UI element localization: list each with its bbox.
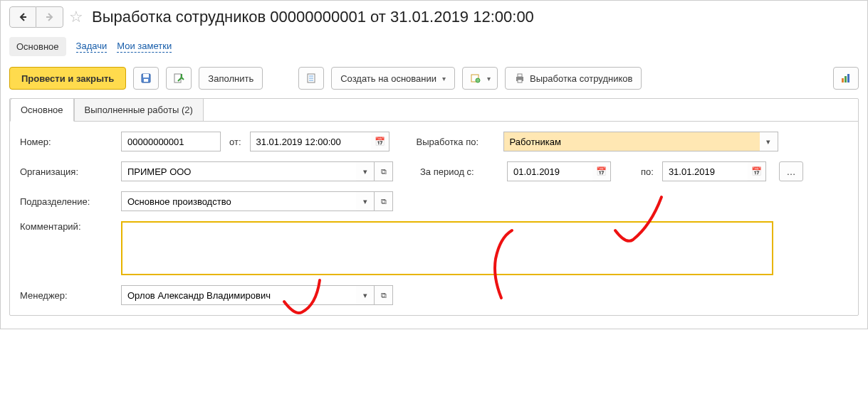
print-report-label: Выработка сотрудников: [530, 73, 632, 84]
number-input[interactable]: [121, 132, 221, 151]
dept-input[interactable]: [121, 191, 356, 211]
save-button[interactable]: [133, 67, 159, 90]
period-from-input[interactable]: [507, 161, 592, 181]
print-report-button[interactable]: Выработка сотрудников: [505, 67, 642, 90]
open-icon[interactable]: [375, 161, 393, 181]
tab-done-work[interactable]: Выполненные работы (2): [74, 98, 204, 122]
structure-button[interactable]: [298, 67, 324, 90]
manager-label: Менеджер:: [20, 290, 113, 301]
svg-rect-14: [518, 80, 522, 82]
svg-rect-4: [144, 79, 148, 82]
date-input[interactable]: [250, 132, 371, 151]
period-to-input[interactable]: [662, 161, 748, 181]
tab-main[interactable]: Основное: [10, 98, 74, 122]
post-and-close-button[interactable]: Провести и закрыть: [9, 67, 126, 90]
calendar-icon[interactable]: [592, 161, 611, 181]
org-label: Организация:: [20, 166, 113, 177]
page-title: Выработка сотрудников 00000000001 от 31.…: [92, 8, 534, 26]
open-icon[interactable]: [375, 285, 393, 305]
open-icon[interactable]: [375, 191, 393, 211]
back-button[interactable]: [9, 6, 36, 28]
favorite-star-icon[interactable]: ☆: [68, 9, 85, 26]
fill-button[interactable]: Заполнить: [199, 67, 263, 90]
calendar-icon[interactable]: [371, 132, 389, 151]
reports-button[interactable]: [833, 67, 859, 90]
calendar-icon[interactable]: [748, 161, 766, 181]
period-to-label: по:: [641, 166, 654, 177]
comment-textarea[interactable]: [121, 221, 773, 275]
create-based-on-button[interactable]: Создать на основании ▾: [331, 67, 455, 90]
attachments-button[interactable]: ▾: [462, 67, 498, 90]
navtab-notes[interactable]: Мои заметки: [117, 41, 172, 53]
chevron-down-icon: ▾: [487, 75, 491, 82]
dropdown-icon[interactable]: [760, 132, 778, 151]
vyabotka-po-select[interactable]: [503, 132, 760, 151]
svg-rect-16: [845, 76, 847, 82]
dept-label: Подразделение:: [20, 196, 113, 207]
svg-rect-3: [143, 74, 149, 78]
svg-point-11: [476, 78, 480, 82]
svg-rect-17: [847, 74, 849, 82]
vyabotka-po-label: Выработка по:: [417, 137, 495, 147]
post-button[interactable]: [166, 67, 192, 90]
from-label: от:: [229, 137, 241, 147]
chevron-down-icon: ▾: [442, 75, 446, 82]
dropdown-icon[interactable]: [356, 191, 375, 211]
org-input[interactable]: [121, 161, 356, 181]
number-label: Номер:: [20, 137, 113, 147]
dropdown-icon[interactable]: [356, 285, 375, 305]
period-from-label: За период с:: [420, 166, 498, 177]
comment-label: Комментарий:: [20, 221, 113, 232]
dropdown-icon[interactable]: [356, 161, 375, 181]
svg-rect-13: [518, 74, 522, 77]
manager-input[interactable]: [121, 285, 356, 305]
navtab-tasks[interactable]: Задачи: [76, 41, 108, 53]
svg-rect-15: [842, 78, 844, 82]
navtab-main[interactable]: Основное: [9, 37, 66, 56]
create-based-on-label: Создать на основании: [340, 73, 436, 84]
forward-button[interactable]: [36, 6, 63, 28]
period-ellipsis-button[interactable]: …: [779, 161, 803, 181]
